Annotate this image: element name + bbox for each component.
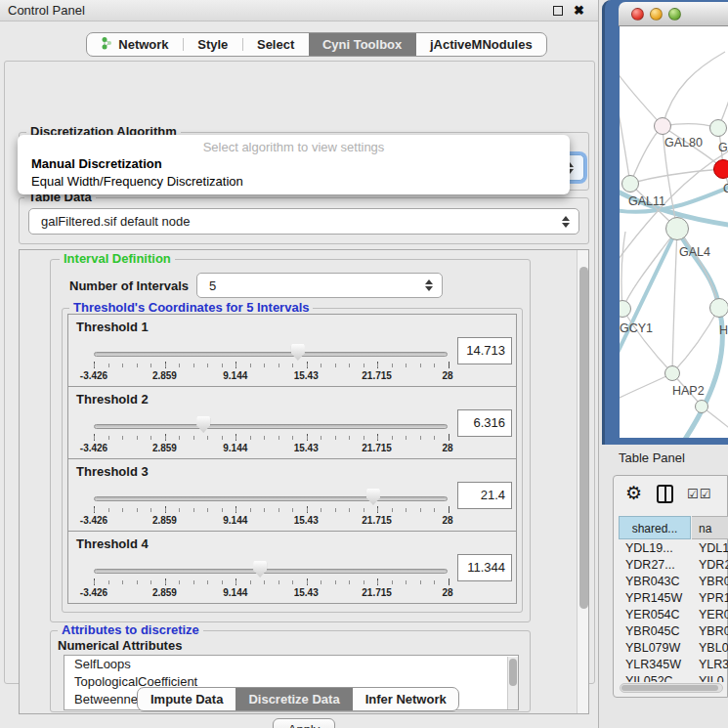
gear-icon[interactable]: ⚙ xyxy=(625,482,642,505)
settings-vertical-scrollbar[interactable] xyxy=(577,250,588,713)
number-of-intervals-combobox[interactable]: 5 xyxy=(196,273,443,298)
interval-definition-label: Interval Definition xyxy=(60,252,175,266)
network-node[interactable] xyxy=(709,119,727,137)
scale-tick-label: 28 xyxy=(442,443,452,453)
table-panel-title: Table Panel xyxy=(619,450,685,465)
algorithm-option[interactable]: Manual Discretization xyxy=(18,155,570,173)
table-horizontal-scrollbar[interactable] xyxy=(620,683,723,693)
table-toolbar: ⚙ ☑☑ xyxy=(614,476,727,513)
scale-tick-label: 15.43 xyxy=(294,370,319,381)
tab-cyni-toolbox[interactable]: Cyni Toolbox xyxy=(309,33,416,56)
threshold-slider-thumb[interactable] xyxy=(196,416,210,433)
close-icon[interactable]: ✖ xyxy=(574,2,584,20)
tab-network[interactable]: Network xyxy=(87,33,183,56)
scale-tick-label: -3.426 xyxy=(80,443,107,453)
cell-name: YIL0 xyxy=(691,673,728,682)
network-node-label: GAL4 xyxy=(679,245,710,259)
threshold-value-field[interactable]: 11.344 xyxy=(457,554,512,581)
network-node-label: GA xyxy=(718,141,728,154)
scale-tick-label: -3.426 xyxy=(80,370,107,381)
minimize-traffic-light-icon[interactable] xyxy=(650,8,663,21)
algorithm-dropdown-popup: Select algorithm to view settings Manual… xyxy=(18,135,570,194)
tab-jactivemnodules[interactable]: jActiveMNodules xyxy=(416,33,546,56)
scale-tick-label: 2.859 xyxy=(152,443,177,453)
threshold-slider-track[interactable] xyxy=(94,496,448,501)
cell-name: YDL1 xyxy=(691,540,728,557)
table-row[interactable]: YPR145W YPR1 xyxy=(619,590,728,607)
slider-scale-labels: -3.4262.8599.14415.4321.71528 xyxy=(94,587,448,599)
table-row[interactable]: YDL19... YDL1 xyxy=(619,540,728,557)
table-row[interactable]: YIL052C YIL0 xyxy=(619,673,728,682)
network-node-label: H xyxy=(719,323,728,337)
cell-shared-name: YBL079W xyxy=(619,640,691,657)
tab-infer-network[interactable]: Infer Network xyxy=(353,688,459,710)
scale-tick-label: 28 xyxy=(442,587,452,598)
threshold-value-field[interactable]: 14.713 xyxy=(457,337,512,364)
column-layout-icon[interactable] xyxy=(657,485,673,503)
attributes-group-label: Attributes to discretize xyxy=(58,623,203,637)
column-header-shared-name[interactable]: shared... xyxy=(619,516,691,539)
tab-select[interactable]: Select xyxy=(243,33,309,56)
network-node[interactable] xyxy=(665,217,689,240)
scrollbar-thumb[interactable] xyxy=(621,685,718,691)
tab-label: Style xyxy=(197,37,228,52)
algorithm-option[interactable]: Equal Width/Frequency Discretization xyxy=(18,173,570,191)
cell-shared-name: YBR043C xyxy=(619,574,691,590)
table-row[interactable]: YLR345W YLR3 xyxy=(619,657,728,673)
threshold-value-field[interactable]: 21.4 xyxy=(457,482,512,509)
network-window-titlebar[interactable] xyxy=(619,2,728,26)
network-node[interactable] xyxy=(713,159,728,179)
scale-tick-label: 15.43 xyxy=(294,515,319,526)
threshold-slider-thumb[interactable] xyxy=(253,561,267,578)
network-node-label: GAL80 xyxy=(664,136,703,150)
tab-discretize-data[interactable]: Discretize Data xyxy=(236,688,352,710)
table-row[interactable]: YBR045C YBR0 xyxy=(619,623,728,640)
threshold-slider-thumb[interactable] xyxy=(366,489,380,505)
combo-stepper-icon xyxy=(562,216,570,228)
threshold-slider-track[interactable] xyxy=(94,424,448,429)
table-row[interactable]: YER054C YER0 xyxy=(619,607,728,623)
table-data-combobox[interactable]: galFiltered.sif default node xyxy=(28,208,579,235)
float-window-icon[interactable] xyxy=(553,6,563,16)
tab-label: Impute Data xyxy=(150,692,223,707)
network-node[interactable] xyxy=(621,175,639,193)
cell-name: YDR2 xyxy=(691,557,728,574)
threshold-row: Threshold 4 -3.4262.8599.14415.4321.7152… xyxy=(67,531,517,604)
algorithm-popup-options: Manual DiscretizationEqual Width/Frequen… xyxy=(18,155,570,191)
column-header-name[interactable]: na xyxy=(692,516,728,539)
table-row[interactable]: YDR27... YDR2 xyxy=(619,557,728,574)
threshold-row: Threshold 2 -3.4262.8599.14415.4321.7152… xyxy=(67,386,517,459)
threshold-value-field[interactable]: 6.316 xyxy=(457,409,512,437)
tab-style[interactable]: Style xyxy=(184,33,242,56)
tab-impute-data[interactable]: Impute Data xyxy=(138,688,236,710)
table-data-selected-value: galFiltered.sif default node xyxy=(29,214,562,229)
select-columns-icon[interactable]: ☑☑ xyxy=(687,487,711,501)
cell-shared-name: YDL19... xyxy=(619,540,691,557)
close-traffic-light-icon[interactable] xyxy=(631,8,644,21)
network-canvas[interactable]: GAL80GACGAL11GAL4GCY1HHAP2 xyxy=(620,26,728,438)
number-of-intervals-value: 5 xyxy=(197,278,425,293)
table-row[interactable]: YBL079W YBL0 xyxy=(619,640,728,657)
network-node[interactable] xyxy=(664,365,680,381)
apply-button[interactable]: Apply xyxy=(273,718,335,728)
cyni-toolbox-panel: Discretization Algorithm Select algorith… xyxy=(4,61,595,684)
threshold-slider-track[interactable] xyxy=(94,352,448,357)
attributes-scrollbar[interactable] xyxy=(507,657,518,710)
network-node[interactable] xyxy=(695,400,708,413)
table-row[interactable]: YBR043C YBR0 xyxy=(619,574,728,590)
tab-label: Discretize Data xyxy=(248,692,339,707)
network-view-window: GAL80GACGAL11GAL4GCY1HHAP2 xyxy=(602,0,728,445)
scale-tick-label: 28 xyxy=(442,370,452,381)
scale-tick-label: -3.426 xyxy=(80,587,107,598)
number-of-intervals-label: Number of Intervals xyxy=(69,278,189,293)
attribute-item[interactable]: SelfLoops xyxy=(64,656,518,673)
threshold-slider-track[interactable] xyxy=(94,569,448,574)
table-rows[interactable]: YDL19... YDL1 YDR27... YDR2 YBR043C YBR0… xyxy=(619,540,728,682)
scrollbar-thumb[interactable] xyxy=(509,659,517,686)
cell-shared-name: YLR345W xyxy=(619,657,691,673)
network-node[interactable] xyxy=(709,298,728,318)
threshold-slider-thumb[interactable] xyxy=(291,344,305,361)
network-node[interactable] xyxy=(654,117,671,135)
zoom-traffic-light-icon[interactable] xyxy=(668,8,681,21)
scrollbar-thumb[interactable] xyxy=(579,267,588,609)
